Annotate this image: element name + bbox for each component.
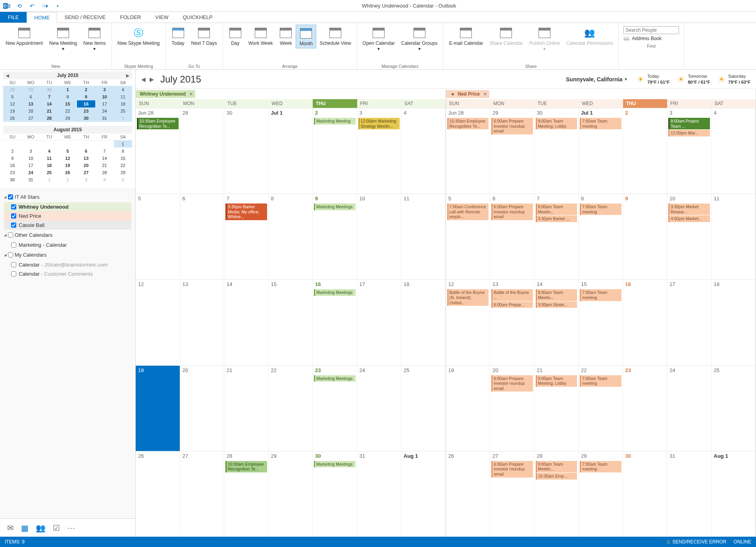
calendar-event[interactable]: Battle of the Boyne (N. Ireland); United… (447, 289, 489, 306)
minical-day[interactable]: 3 (77, 176, 95, 183)
folder-item-cassie[interactable]: Cassie Ball (4, 221, 131, 230)
tab-home[interactable]: HOME (27, 12, 57, 23)
touch-mode-icon[interactable]: ☟▾ (40, 2, 49, 10)
work-week-view-button[interactable]: Work Week (245, 25, 276, 48)
minical-day[interactable]: 30 (77, 115, 95, 122)
calendar-event[interactable]: 8:00am Project Team ... (668, 118, 710, 129)
day-cell[interactable]: 30Marketing Meetings (313, 451, 357, 537)
minical-day[interactable]: 8 (58, 93, 77, 100)
minical-day[interactable]: 4 (40, 148, 58, 155)
minical-day[interactable]: 28 (40, 115, 58, 122)
calendar-event[interactable]: 6:00am Prepare investor roundup email (491, 118, 533, 134)
day-cell[interactable]: 66:00am Prepare investor roundup email (490, 194, 535, 279)
calendar-checkbox[interactable] (11, 223, 16, 228)
minical-day[interactable]: 13 (77, 155, 95, 162)
minical-day[interactable]: 5 (58, 148, 77, 155)
minical-day[interactable]: 2 (77, 86, 95, 93)
minical-day[interactable]: 21 (95, 162, 113, 169)
calendar-event[interactable]: Battle of the Boyne ... (491, 289, 533, 301)
day-cell[interactable]: 9Marketing Meetings (313, 194, 357, 279)
calendar-event[interactable]: 9:00am Team Meetin... (536, 203, 577, 215)
day-cell[interactable]: 6 (180, 194, 225, 279)
day-cell[interactable]: 8 (269, 194, 313, 279)
day-cell[interactable]: 297:00am Team meeting (579, 451, 623, 537)
day-cell[interactable]: 22 (269, 366, 313, 451)
day-cell[interactable]: 227:00am Team meeting (579, 366, 623, 451)
tab-quickhelp[interactable]: QUICKHELP (175, 12, 219, 23)
weather-tomorrow[interactable]: ☀Tomorrow80°F / 61°F (677, 73, 710, 85)
calendar-event[interactable]: 9:00am Team Meetin... (536, 461, 577, 472)
calendar-event[interactable]: 9:00am Team Meetin... (536, 289, 577, 301)
day-cell[interactable]: 5 (136, 194, 180, 279)
day-cell[interactable]: 29 (269, 451, 313, 537)
day-cell[interactable]: 12 (136, 280, 180, 365)
minical-day[interactable]: 25 (40, 169, 58, 176)
minical-day[interactable]: 5 (3, 93, 21, 100)
day-cell[interactable]: 38:00am Project Team ...12:00pm Mar... (667, 108, 712, 194)
calendar-event[interactable]: 4:00pm Market... (668, 215, 710, 222)
status-error[interactable]: SEND/RECEIVE ERROR (666, 539, 726, 545)
calendar-event[interactable]: 10:30am Employee Recognition Te... (447, 118, 489, 129)
day-cell[interactable]: 57:00am Conference call with Remote empl… (446, 194, 491, 279)
folder-item-ned[interactable]: Ned Price (4, 211, 131, 221)
day-cell[interactable]: 312:00pm Marketing Strategy Meetin... (357, 108, 402, 194)
minical-day[interactable]: 3 (95, 86, 113, 93)
minical-day[interactable]: 22 (114, 162, 132, 169)
calendar-event[interactable]: 3:30pm Barker ... (536, 215, 577, 222)
minical-day[interactable]: 11 (114, 93, 132, 100)
day-cell[interactable]: 4 (712, 108, 756, 194)
calendar-checkbox[interactable] (11, 271, 16, 276)
minical-day[interactable]: 3 (21, 148, 40, 155)
minical-day[interactable]: 12 (58, 155, 77, 162)
day-cell[interactable]: 276:00am Prepare investor roundup email (490, 451, 535, 537)
day-cell[interactable]: 24 (667, 366, 712, 451)
weather-location[interactable]: Sunnyvale, California ▼ (566, 76, 627, 83)
folder-group-other[interactable]: ◢Other Calendars (4, 230, 131, 240)
calendar-icon[interactable]: ▦ (21, 523, 29, 533)
calendar-event[interactable]: Marketing Meetings (314, 375, 356, 382)
group-checkbox[interactable] (8, 252, 13, 257)
minical-day[interactable]: 31 (95, 115, 113, 122)
minical-day[interactable]: 1 (114, 115, 132, 122)
calendar-event[interactable]: 12:00pm Marketing Strategy Meetin... (358, 118, 400, 129)
day-cell[interactable]: 31 (357, 451, 402, 537)
day-cell[interactable]: 2810:30am Employee Recognition Te... (224, 451, 269, 537)
day-cell[interactable]: 24 (357, 366, 402, 451)
weather-saturday[interactable]: ☀Saturday79°F / 63°F (718, 73, 750, 85)
calendar-event[interactable]: Marketing Meeting (314, 118, 356, 125)
day-cell[interactable]: 2 (623, 108, 668, 194)
customize-qat-icon[interactable]: ▾ (53, 2, 62, 10)
day-cell[interactable]: 10 (357, 194, 402, 279)
minical-day[interactable]: 10 (95, 93, 113, 100)
calendar-event[interactable]: 7:00am Team meeting (580, 118, 621, 129)
minical-day[interactable]: 6 (21, 93, 40, 100)
next-7-days-button[interactable]: Next 7 Days (188, 25, 220, 48)
month-view-button[interactable]: Month (296, 25, 316, 48)
day-cell[interactable]: 87:00am Team meeting (579, 194, 623, 279)
day-view-button[interactable]: Day (225, 25, 245, 48)
minical-day[interactable]: 16 (77, 100, 95, 107)
minical-day[interactable]: 5 (114, 176, 132, 183)
calendar-event[interactable]: 7:00am Team meeting (580, 375, 621, 387)
tab-file[interactable]: FILE (0, 12, 27, 23)
minical-day[interactable]: 17 (21, 162, 40, 169)
day-cell[interactable]: 15 (269, 280, 313, 365)
new-items-button[interactable]: New Items ▾ (80, 25, 109, 53)
day-cell[interactable]: Jun 2810:30am Employee Recognition Te... (446, 108, 491, 194)
day-cell[interactable]: 17 (357, 280, 402, 365)
minical-day[interactable] (58, 140, 77, 148)
calendar-event[interactable]: 9:00am Team Meeting; Lobby (536, 118, 577, 129)
day-cell[interactable]: 27 (180, 451, 225, 537)
minical-day[interactable]: 28 (95, 169, 113, 176)
new-meeting-button[interactable]: New Meeting ▾ (46, 25, 80, 53)
day-cell[interactable]: 17 (667, 280, 712, 365)
day-cell[interactable]: 29 (180, 108, 225, 194)
day-cell[interactable]: 19 (446, 366, 491, 451)
minical-day[interactable]: 1 (114, 140, 132, 148)
open-calendar-button[interactable]: Open Calendar ▾ (360, 25, 398, 53)
minical-day[interactable]: 14 (40, 100, 58, 107)
day-cell[interactable]: 18 (401, 280, 446, 365)
day-cell[interactable]: 19 (136, 366, 180, 451)
close-icon[interactable]: ✕ (189, 92, 193, 97)
day-cell[interactable]: 30 (623, 451, 668, 537)
